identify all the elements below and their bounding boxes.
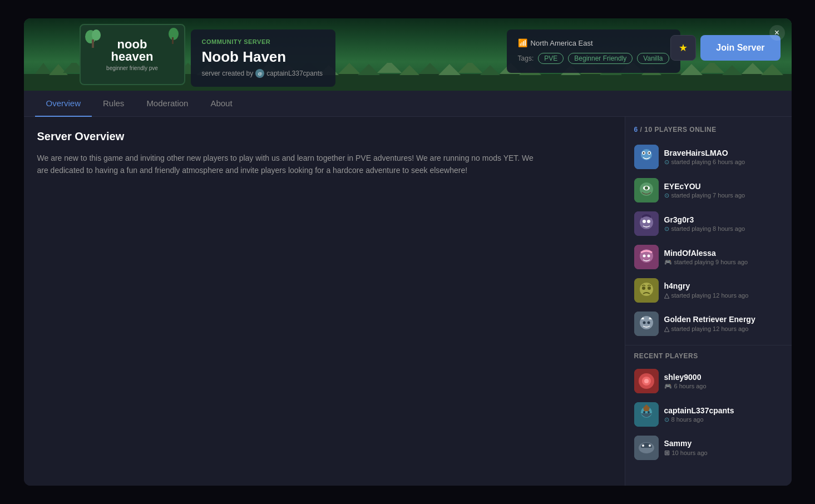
- tags-row: Tags: PVE Beginner Friendly Vanilla: [518, 53, 669, 64]
- player-item[interactable]: shley9000 🎮 6 hours ago: [625, 364, 792, 398]
- player-item[interactable]: Gr3g0r3 ⊙ started playing 8 hours ago: [625, 207, 792, 240]
- svg-marker-36: [722, 65, 742, 75]
- overview-description: We are new to this game and inviting oth…: [37, 152, 538, 177]
- player-item[interactable]: h4ngry △ started playing 12 hours ago: [625, 274, 792, 307]
- svg-marker-22: [438, 64, 461, 75]
- players-online-header: 6 / 10 PLAYERS ONLINE: [625, 126, 792, 140]
- server-name: Noob Haven: [202, 48, 324, 66]
- platform-icon: ⊙: [664, 159, 669, 166]
- player-info: MindOfAlessa 🎮 started playing 9 hours a…: [664, 249, 783, 266]
- creator-name: captainL337cpants: [266, 70, 323, 77]
- platform-icon: ⊙: [664, 192, 669, 199]
- player-name: EYEcYOU: [664, 182, 783, 191]
- players-current: 6: [634, 126, 638, 134]
- logo-noob: noob: [117, 38, 147, 51]
- player-name: h4ngry: [664, 281, 783, 290]
- player-info: Golden Retriever Energy △ started playin…: [664, 315, 783, 333]
- svg-point-73: [644, 379, 649, 383]
- svg-marker-38: [761, 64, 783, 75]
- favorite-button[interactable]: ★: [670, 35, 696, 61]
- player-avatar: [634, 278, 659, 303]
- community-label: COMMUNITY SERVER: [202, 38, 324, 45]
- tag-vanilla[interactable]: Vanilla: [637, 53, 669, 64]
- platform-icon: 🎮: [664, 383, 672, 390]
- svg-point-57: [647, 220, 650, 223]
- player-item[interactable]: Sammy ⊞ 10 hours ago: [625, 431, 792, 465]
- tab-rules[interactable]: Rules: [92, 91, 135, 117]
- svg-point-76: [643, 411, 645, 413]
- player-status: ⊙ started playing 8 hours ago: [664, 225, 783, 233]
- platform-icon: 🎮: [664, 259, 672, 266]
- player-item[interactable]: BraveHairsLMAO ⊙ started playing 6 hours…: [625, 140, 792, 174]
- player-status: ⊞ 10 hours ago: [664, 449, 783, 457]
- player-status: 🎮 6 hours ago: [664, 383, 783, 390]
- player-status: ⊙ 8 hours ago: [664, 416, 783, 423]
- region-name: North America East: [531, 39, 593, 47]
- player-name: shley9000: [664, 373, 783, 382]
- svg-point-77: [648, 411, 650, 413]
- player-avatar: [634, 245, 659, 269]
- server-logo: noob heaven beginner friendly pve: [80, 24, 185, 85]
- overview-title: Server Overview: [37, 130, 611, 143]
- platform-icon: ⊞: [664, 449, 670, 457]
- server-banner: noob heaven beginner friendly pve COMMUN…: [24, 18, 792, 91]
- player-item[interactable]: Golden Retriever Energy △ started playin…: [625, 307, 792, 340]
- player-avatar: [634, 145, 659, 169]
- tab-about[interactable]: About: [199, 91, 243, 117]
- player-avatar: [634, 178, 659, 202]
- svg-point-64: [642, 286, 645, 290]
- player-item[interactable]: captainL337cpants ⊙ 8 hours ago: [625, 398, 792, 431]
- content-area: Server Overview We are new to this game …: [24, 117, 625, 486]
- svg-point-65: [648, 286, 651, 290]
- region-row: 📶 North America East: [518, 38, 669, 47]
- player-item[interactable]: MindOfAlessa 🎮 started playing 9 hours a…: [625, 240, 792, 274]
- players-online-text: PLAYERS ONLINE: [654, 126, 716, 134]
- player-info: BraveHairsLMAO ⊙ started playing 6 hours…: [664, 149, 783, 166]
- join-server-button[interactable]: Join Server: [700, 35, 780, 61]
- main-content: Server Overview We are new to this game …: [24, 117, 792, 486]
- player-avatar: [634, 402, 659, 427]
- tab-overview[interactable]: Overview: [35, 91, 92, 117]
- svg-marker-21: [419, 63, 441, 74]
- player-status: ⊙ started playing 7 hours ago: [664, 192, 783, 199]
- platform-icon: △: [664, 325, 669, 333]
- svg-marker-24: [480, 65, 500, 75]
- tag-pve[interactable]: PVE: [538, 53, 564, 64]
- svg-point-56: [643, 220, 646, 223]
- tag-beginner-friendly[interactable]: Beginner Friendly: [568, 53, 633, 64]
- creator-icon: @: [255, 69, 264, 78]
- svg-rect-41: [92, 39, 94, 48]
- tags-label: Tags:: [518, 55, 534, 62]
- svg-marker-37: [742, 63, 764, 74]
- svg-point-48: [643, 152, 644, 154]
- header-actions: ★ Join Server: [670, 35, 780, 61]
- wifi-icon: 📶: [518, 38, 527, 47]
- modal-overlay: ×: [0, 0, 815, 504]
- tab-moderation[interactable]: Moderation: [135, 91, 199, 117]
- creator-prefix: server created by: [202, 70, 254, 77]
- players-max: 10: [644, 126, 652, 134]
- tags-card: 📶 North America East Tags: PVE Beginner …: [507, 29, 680, 73]
- svg-marker-1: [35, 63, 52, 74]
- svg-point-61: [647, 255, 650, 258]
- svg-point-63: [640, 283, 653, 296]
- svg-marker-17: [338, 63, 360, 74]
- modal-container: ×: [24, 18, 792, 486]
- player-name: Gr3g0r3: [664, 215, 783, 224]
- player-item[interactable]: EYEcYOU ⊙ started playing 7 hours ago: [625, 174, 792, 207]
- svg-marker-18: [358, 64, 380, 75]
- player-info: shley9000 🎮 6 hours ago: [664, 373, 783, 390]
- close-button[interactable]: ×: [769, 25, 785, 41]
- player-name: Golden Retriever Energy: [664, 315, 783, 324]
- player-avatar: [634, 369, 659, 393]
- svg-marker-20: [399, 65, 419, 75]
- sidebar: 6 / 10 PLAYERS ONLINE BraveHairsLMAO ⊙: [625, 117, 792, 486]
- player-status: △ started playing 12 hours ago: [664, 325, 783, 333]
- player-avatar: [634, 436, 659, 460]
- player-info: Gr3g0r3 ⊙ started playing 8 hours ago: [664, 215, 783, 233]
- server-creator: server created by @ captainL337cpants: [202, 69, 324, 78]
- player-info: h4ngry △ started playing 12 hours ago: [664, 281, 783, 299]
- player-avatar: [634, 312, 659, 336]
- svg-rect-43: [172, 37, 174, 44]
- player-info: captainL337cpants ⊙ 8 hours ago: [664, 406, 783, 423]
